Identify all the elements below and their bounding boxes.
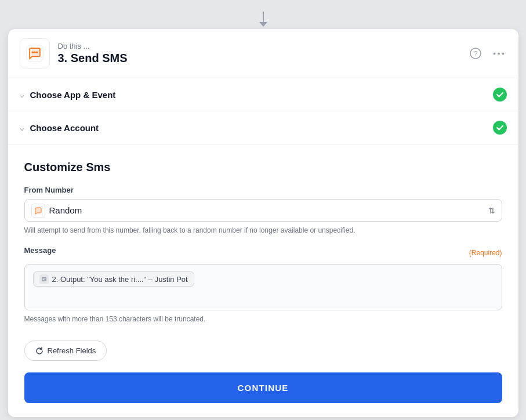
more-icon: [493, 52, 505, 55]
message-field-group: Message (Required) 2. Output: "You ask t…: [24, 246, 502, 324]
more-options-button[interactable]: [491, 45, 507, 61]
chip-icon: [39, 274, 49, 284]
message-field-header: Message (Required): [24, 246, 502, 259]
customize-title: Customize Sms: [24, 161, 502, 174]
svg-rect-12: [42, 278, 45, 278]
choose-app-event-row[interactable]: ⌵ Choose App & Event: [8, 78, 518, 111]
refresh-fields-button[interactable]: Refresh Fields: [24, 341, 107, 361]
svg-point-9: [502, 52, 504, 55]
svg-point-7: [493, 52, 495, 55]
from-number-hint: Will attempt to send from this number, f…: [24, 225, 502, 236]
step-card: Do this ... 3. Send SMS ?: [8, 29, 518, 417]
help-icon: ?: [470, 48, 481, 59]
header-title-group: Do this ... 3. Send SMS: [58, 42, 128, 65]
app-icon: [20, 38, 50, 68]
from-number-field-group: From Number Random ⇅ Will attempt to: [24, 186, 502, 236]
svg-point-3: [34, 51, 36, 53]
continue-label: CONTINUE: [238, 383, 289, 393]
svg-rect-13: [42, 279, 44, 280]
svg-point-8: [498, 52, 500, 55]
message-chip: 2. Output: "You ask the ri...." – Justin…: [33, 271, 194, 287]
svg-point-2: [31, 51, 34, 53]
required-badge: (Required): [469, 249, 502, 257]
choose-app-event-left: ⌵ Choose App & Event: [20, 90, 116, 100]
continue-button[interactable]: CONTINUE: [24, 372, 502, 403]
app-logo-svg: [26, 44, 44, 63]
svg-point-4: [35, 51, 38, 53]
message-box[interactable]: 2. Output: "You ask the ri...." – Justin…: [24, 264, 502, 310]
from-number-select[interactable]: Random: [24, 199, 502, 222]
message-label: Message: [24, 246, 56, 255]
card-header-left: Do this ... 3. Send SMS: [20, 38, 128, 68]
choose-account-row[interactable]: ⌵ Choose Account: [8, 111, 518, 144]
customize-section: Customize Sms From Number Random: [8, 144, 518, 417]
from-number-select-wrapper: Random ⇅: [24, 199, 502, 222]
choose-account-label: Choose Account: [30, 123, 99, 133]
step-title: 3. Send SMS: [58, 52, 128, 65]
app-event-check-icon: [493, 88, 507, 102]
message-chip-text: 2. Output: "You ask the ri...." – Justin…: [52, 275, 188, 284]
chevron-app-event-icon: ⌵: [20, 90, 24, 99]
message-hint: Messages with more than 153 characters w…: [24, 314, 502, 324]
card-header: Do this ... 3. Send SMS ?: [8, 29, 518, 78]
connector-arrow: [259, 22, 267, 27]
do-this-label: Do this ...: [58, 42, 128, 50]
refresh-fields-label: Refresh Fields: [48, 346, 96, 355]
refresh-icon: [35, 347, 43, 355]
connector-top: [263, 12, 264, 22]
choose-account-left: ⌵ Choose Account: [20, 123, 99, 133]
header-icons: ?: [467, 45, 507, 61]
chevron-account-icon: ⌵: [20, 124, 24, 132]
help-button[interactable]: ?: [467, 45, 484, 61]
choose-app-event-label: Choose App & Event: [30, 90, 116, 100]
page-container: Do this ... 3. Send SMS ?: [0, 12, 526, 417]
from-number-icon: [31, 204, 45, 218]
svg-text:?: ?: [473, 50, 477, 58]
from-number-label: From Number: [24, 186, 502, 194]
account-check-icon: [493, 121, 507, 135]
